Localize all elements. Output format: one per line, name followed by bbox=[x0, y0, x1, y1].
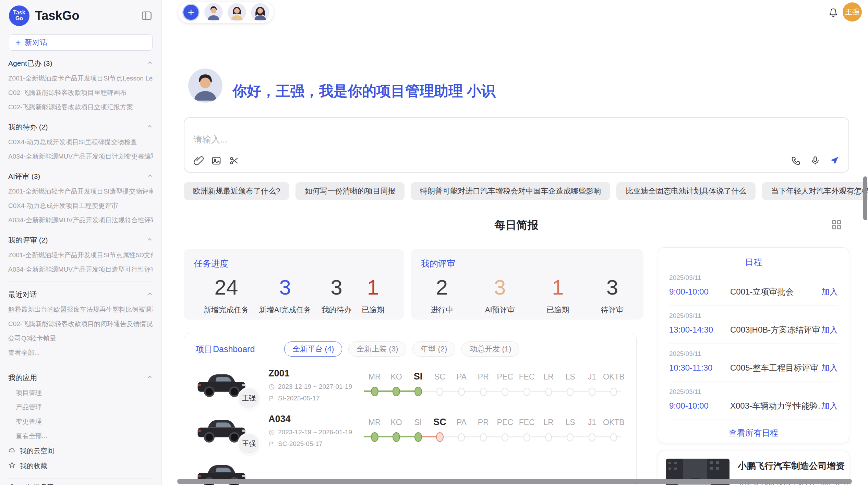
milestone-label: KO bbox=[385, 372, 407, 382]
task-item[interactable]: C02-飞腾新能源轻客改款项目立项汇报方案 bbox=[8, 100, 153, 114]
sidebar-item-cloud-space[interactable]: 我的云空间 bbox=[8, 443, 153, 458]
agent-avatar[interactable] bbox=[228, 3, 246, 22]
milestone-label: SC bbox=[429, 417, 450, 427]
app-item[interactable]: 项目管理 bbox=[8, 386, 153, 400]
user-avatar[interactable]: 王强 bbox=[843, 2, 862, 22]
sidebar-header: Task Go TaskGo bbox=[0, 0, 161, 28]
task-item[interactable]: A034-全新新能源MUV产品开发项目计划变更表编写 bbox=[8, 149, 153, 164]
stat-value: 1 bbox=[362, 275, 384, 300]
milestone-dot bbox=[567, 433, 574, 442]
phone-icon[interactable] bbox=[791, 156, 801, 166]
stat-label: 我的待办 bbox=[322, 305, 352, 315]
card-title: 我的评审 bbox=[421, 258, 633, 269]
assistant-avatar bbox=[188, 69, 222, 103]
shortcut-label: 我的云空间 bbox=[20, 446, 54, 456]
tab-filter[interactable]: 全新上装 (3) bbox=[348, 341, 406, 357]
scissors-icon[interactable] bbox=[229, 156, 239, 166]
task-item[interactable]: C02-飞腾新能源轻客改款项目里程碑画布 bbox=[8, 86, 153, 100]
send-icon[interactable] bbox=[829, 156, 840, 166]
flag-milestone: SI-2025-05-17 bbox=[278, 395, 320, 402]
sidebar-list: Agent已办 (3)Z001-全新燃油皮卡产品开发项目SI节点Lesson L… bbox=[0, 55, 161, 485]
milestone-timeline: MRKOSISCPAPRPECFECLRLSJ1OKTB bbox=[364, 371, 625, 399]
task-item[interactable]: A034-全新新能源MUV产品开发项目法规符合性评审 bbox=[8, 213, 153, 227]
milestone-dot bbox=[371, 387, 378, 396]
section-header[interactable]: AI评审 (3) bbox=[8, 169, 153, 184]
tab-filter[interactable]: 年型 (2) bbox=[412, 341, 455, 357]
join-link[interactable]: 加入 bbox=[821, 400, 838, 411]
logo-line2: Go bbox=[15, 16, 23, 22]
join-link[interactable]: 加入 bbox=[821, 286, 838, 297]
plus-icon: + bbox=[15, 38, 21, 47]
project-row[interactable]: 王强Z0012023-12-19 ~ 2027-01-19SI-2025-05-… bbox=[196, 368, 625, 402]
agent-avatar[interactable] bbox=[251, 3, 269, 22]
stat-待评审: 3待评审 bbox=[601, 275, 624, 315]
task-item[interactable]: A034-全新新能源MUV产品开发项目造型可行性评审 bbox=[8, 262, 153, 277]
app-item[interactable]: 产品管理 bbox=[8, 400, 153, 414]
app-window: Task Go TaskGo + 新对话 Agent已办 (3)Z001-全新燃… bbox=[0, 0, 868, 485]
vertical-scrollbar[interactable] bbox=[863, 176, 867, 220]
suggestion-chip[interactable]: 如何写一份清晰的项目周报 bbox=[296, 182, 405, 200]
project-thumbnail: 王强 bbox=[196, 414, 247, 448]
milestone-label: PR bbox=[472, 372, 494, 382]
section-header[interactable]: 我的待办 (2) bbox=[8, 119, 153, 135]
user-name: 王强 bbox=[845, 7, 859, 17]
conversation-item[interactable]: C02-飞腾新能源轻客改款项目的闭环通告反馈情况 bbox=[8, 317, 153, 331]
project-flag: SC-2025-05-17 bbox=[268, 440, 354, 448]
section-header[interactable]: 我的评审 (2) bbox=[8, 232, 153, 248]
sidebar-collapse-icon[interactable] bbox=[141, 10, 153, 22]
milestone-dot bbox=[393, 387, 400, 396]
new-chat-button[interactable]: + 新对话 bbox=[9, 34, 153, 51]
notification-bell-icon[interactable] bbox=[828, 8, 839, 18]
conversation-item[interactable]: 公司Q3轻卡销量 bbox=[8, 331, 153, 346]
app-item[interactable]: 变更管理 bbox=[8, 414, 153, 429]
tab-filter[interactable]: 全新平台 (4) bbox=[284, 341, 342, 357]
schedule-date: 2025/03/11 bbox=[669, 350, 838, 358]
attachment-icon[interactable] bbox=[193, 156, 204, 166]
project-row[interactable]: 王强A0342023-12-19 ~ 2026-01-19SC-2025-05-… bbox=[196, 414, 625, 448]
suggestion-chip[interactable]: 特朗普可能对进口汽车增税会对中国车企造成哪些影响 bbox=[411, 182, 610, 200]
tab-filter[interactable]: 动总开发 (1) bbox=[461, 341, 519, 357]
milestone-dot bbox=[480, 388, 487, 396]
milestone-dot bbox=[502, 388, 508, 396]
suggestion-chip[interactable]: 当下年轻人对汽车外观有怎样的喜好趋势 bbox=[762, 182, 868, 200]
project-rows: 王强Z0012023-12-19 ~ 2027-01-19SI-2025-05-… bbox=[196, 368, 625, 485]
schedule-time: 13:00-14:30 bbox=[669, 325, 730, 335]
layout-grid-icon[interactable] bbox=[831, 219, 842, 230]
suggestion-chip[interactable]: 比亚迪全固态电池计划具体说了什么 bbox=[616, 182, 756, 200]
app-logo: Task Go bbox=[9, 5, 29, 26]
image-icon[interactable] bbox=[211, 156, 221, 166]
schedule-item: 2025/03/1113:00-14:30C003|H0B-方案冻结评审加入 bbox=[669, 306, 838, 344]
app-item[interactable]: 查看全部... bbox=[8, 429, 153, 443]
milestone-dot bbox=[523, 433, 530, 442]
main-area: + 王强 你好，王强，我是你的项目管理助理 小识 bbox=[162, 0, 868, 485]
schedule-item: 2025/03/119:00-10:00C001-立项审批会加入 bbox=[669, 268, 838, 306]
task-item[interactable]: Z001-全新燃油皮卡产品开发项目SI节点Lesson Learn报告 bbox=[8, 71, 153, 86]
join-link[interactable]: 加入 bbox=[821, 324, 838, 335]
conversation-item[interactable]: 查看全部... bbox=[8, 346, 153, 360]
join-link[interactable]: 加入 bbox=[821, 362, 838, 373]
horizontal-scrollbar[interactable] bbox=[177, 479, 852, 484]
sidebar-footer-item[interactable]: AI超级员工 bbox=[8, 480, 153, 485]
task-item[interactable]: Z001-全新燃油轻卡产品开发项目SI节点属性5D文件评审 bbox=[8, 248, 153, 262]
task-item[interactable]: C0X4-动力总成开发项目工程变更评审 bbox=[8, 199, 153, 213]
section-header[interactable]: Agent已办 (3) bbox=[8, 55, 153, 71]
view-all-schedule-link[interactable]: 查看所有日程 bbox=[669, 427, 838, 438]
add-agent-button[interactable]: + bbox=[182, 4, 200, 21]
agent-avatar[interactable] bbox=[204, 3, 223, 22]
task-item[interactable]: C0X4-动力总成开发项目SI里程碑提交物检查 bbox=[8, 135, 153, 149]
schedule-item: 2025/03/1110:30-11:30C005-整车工程目标评审加入 bbox=[669, 344, 838, 382]
task-item[interactable]: Z001-全新燃油轻卡产品开发项目SI造型提交物评审 bbox=[8, 184, 153, 199]
section-header-apps[interactable]: 我的应用 bbox=[8, 370, 153, 386]
card-title: 任务进度 bbox=[194, 258, 394, 269]
owner-name: 王强 bbox=[242, 439, 256, 448]
milestone-label: PEC bbox=[494, 418, 516, 427]
suggestion-chip[interactable]: 欧洲新规最近颁布了什么? bbox=[184, 182, 289, 200]
conversation-item[interactable]: 解释最新出台的欧盟报废车法规再生塑料比例被调至15%... bbox=[8, 302, 153, 317]
section-header-recent[interactable]: 最近对话 bbox=[8, 287, 153, 302]
milestone-dot bbox=[589, 388, 595, 396]
message-input[interactable] bbox=[193, 134, 742, 145]
milestone-label: MR bbox=[364, 418, 385, 427]
mic-icon[interactable] bbox=[810, 156, 820, 166]
milestone-label: PR bbox=[472, 418, 494, 427]
sidebar-item-favorites[interactable]: 我的收藏 bbox=[8, 458, 153, 473]
